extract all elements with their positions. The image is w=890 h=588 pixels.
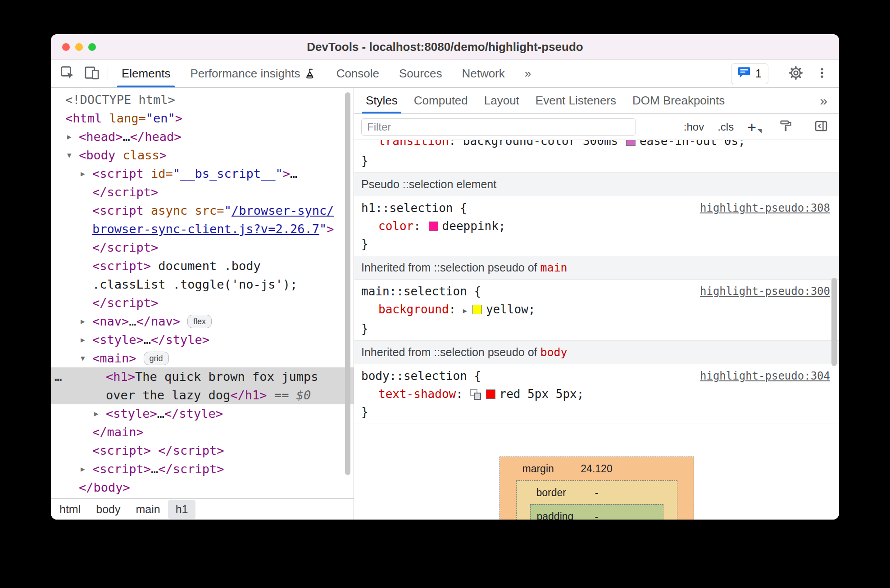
flex-badge[interactable]: flex (187, 315, 212, 328)
dom-tree: <!DOCTYPE html><html lang="en">▸<head>…<… (51, 88, 354, 498)
css-declaration[interactable]: text-shadow: red 5px 5px; (354, 385, 839, 403)
tab-layout[interactable]: Layout (476, 88, 527, 113)
box-model-padding[interactable]: padding - (530, 504, 663, 520)
expand-arrow-icon[interactable]: ▸ (81, 312, 85, 330)
minimize-window-button[interactable] (75, 43, 83, 51)
tree-node[interactable]: </script> (51, 294, 354, 312)
styles-filter-input[interactable] (361, 118, 636, 136)
expand-arrow-icon[interactable]: ▸ (81, 330, 85, 349)
style-rule: transition: background-color 300ms ease-… (354, 140, 839, 172)
issues-button[interactable]: 1 (731, 63, 768, 84)
tree-node[interactable]: <script async src="/browser-sync/ (51, 201, 354, 220)
tree-node[interactable]: ▸<head>…</head> (51, 127, 354, 146)
tab-console[interactable]: Console (327, 60, 389, 87)
tab-more-sidebar-tabs[interactable]: » (812, 88, 836, 113)
tree-node[interactable]: ▾<body class> (51, 146, 354, 164)
tab-dom-breakpoints[interactable]: DOM Breakpoints (624, 88, 733, 113)
breadcrumb-html[interactable]: html (52, 500, 88, 519)
tab-network[interactable]: Network (452, 60, 514, 87)
code-token: </h1> (230, 388, 267, 402)
expand-arrow-icon[interactable]: ▸ (94, 404, 99, 423)
expand-arrow-icon[interactable]: ▸ (81, 460, 85, 478)
padding-top-value[interactable]: - (595, 511, 599, 520)
color-swatch[interactable] (486, 389, 495, 399)
tree-node[interactable]: </script> (51, 183, 354, 201)
tab-event-listeners[interactable]: Event Listeners (527, 88, 624, 113)
tree-node[interactable]: </body> (51, 478, 354, 497)
tree-node[interactable]: <html lang="en"> (51, 109, 354, 127)
tree-node[interactable]: …<h1>The quick brown fox jumps (51, 367, 354, 386)
breadcrumb-main[interactable]: main (128, 500, 168, 519)
tree-node[interactable]: ▸<style>…</style> (51, 330, 354, 349)
expand-shorthand-icon[interactable]: ▸ (463, 306, 467, 315)
grid-badge[interactable]: grid (144, 352, 169, 365)
section-header: Inherited from ::selection pseudo of bod… (354, 341, 839, 364)
styles-scrollbar-thumb[interactable] (831, 278, 837, 366)
breadcrumb-body[interactable]: body (88, 500, 128, 519)
rule-selector[interactable]: h1::selection { (361, 199, 467, 217)
elements-scrollbar-thumb[interactable] (345, 92, 350, 475)
tree-node[interactable]: </script> (51, 238, 354, 257)
color-swatch[interactable] (429, 222, 438, 231)
tab-elements[interactable]: Elements (112, 60, 180, 87)
collapse-arrow-icon[interactable]: ▾ (81, 349, 85, 367)
tree-node[interactable]: ▸<nav>…</nav>flex (51, 312, 354, 330)
tab-computed[interactable]: Computed (406, 88, 476, 113)
tree-node[interactable]: </main> (51, 423, 354, 441)
rule-selector[interactable]: main::selection { (361, 282, 481, 300)
toggle-computed-sidebar-button[interactable] (810, 116, 832, 138)
node-overflow-menu-icon[interactable]: … (54, 367, 63, 386)
color-swatch[interactable] (626, 140, 636, 146)
rule-selector[interactable]: body::selection { (361, 367, 481, 385)
tree-node[interactable]: <!DOCTYPE html> (51, 90, 354, 109)
tab-sources[interactable]: Sources (389, 60, 452, 87)
clipped-rule-area: transition: background-color 300ms ease-… (354, 140, 839, 152)
css-declaration[interactable]: color: deeppink; (354, 217, 839, 235)
inspect-element-button[interactable] (55, 60, 80, 87)
code-token: document .body (151, 259, 261, 273)
tree-node[interactable]: </html> (51, 497, 354, 498)
more-options-button[interactable] (811, 63, 833, 85)
element-classes-button[interactable]: .cls (717, 121, 734, 133)
section-header-node-link[interactable]: main (540, 261, 567, 274)
fullscreen-window-button[interactable] (88, 43, 96, 51)
box-model-border[interactable]: border - padding - (516, 480, 677, 520)
code-token: </style> (164, 407, 223, 421)
tree-node[interactable]: browser-sync-client.js?v=2.26.7"> (51, 220, 354, 238)
tree-node[interactable]: .classList .toggle('no-js'); (51, 275, 354, 294)
collapse-arrow-icon[interactable]: ▾ (67, 146, 72, 164)
margin-top-value[interactable]: 24.120 (581, 463, 612, 475)
stylesheet-source-link[interactable]: highlight-pseudo:300 (700, 282, 830, 300)
css-declaration[interactable]: background: ▸yellow; (354, 300, 839, 320)
code-token: <script> (92, 443, 151, 457)
expand-arrow-icon[interactable]: ▸ (67, 127, 72, 146)
tree-node[interactable]: ▸<style>…</style> (51, 404, 354, 423)
shadow-editor-icon[interactable] (470, 389, 481, 399)
color-swatch[interactable] (472, 305, 482, 314)
tree-node[interactable]: over the lazy dog</h1> == $0 (51, 386, 354, 404)
settings-button[interactable] (785, 63, 807, 85)
format-styles-button[interactable] (775, 116, 797, 138)
tab-more-panels[interactable]: » (515, 60, 541, 87)
tree-node[interactable]: ▾<main>grid (51, 349, 354, 367)
stylesheet-source-link[interactable]: highlight-pseudo:308 (700, 199, 830, 217)
border-top-value[interactable]: - (595, 487, 599, 499)
css-declaration[interactable]: transition: background-color 300ms ease-… (354, 140, 839, 150)
expand-arrow-icon[interactable]: ▸ (81, 164, 85, 183)
tab-performance-insights[interactable]: Performance insights (180, 60, 326, 87)
tab-styles[interactable]: Styles (358, 88, 406, 113)
section-header-node-link[interactable]: body (540, 346, 567, 359)
breadcrumb-h1[interactable]: h1 (168, 500, 196, 519)
code-token: <!DOCTYPE html> (65, 93, 175, 107)
section-header-text: Pseudo ::selection element (361, 178, 496, 191)
stylesheet-source-link[interactable]: highlight-pseudo:304 (700, 367, 830, 385)
close-window-button[interactable] (62, 43, 70, 51)
tree-node[interactable]: <script> </script> (51, 441, 354, 460)
device-toolbar-button[interactable] (80, 60, 104, 87)
tree-node[interactable]: <script> document .body (51, 257, 354, 275)
tree-node[interactable]: ▸<script>…</script> (51, 460, 354, 478)
box-model-margin[interactable]: margin 24.120 border - paddi (499, 457, 694, 520)
tree-node[interactable]: ▸<script id="__bs_script__">… (51, 164, 354, 183)
toggle-element-state-button[interactable]: :hov (684, 121, 704, 133)
new-style-rule-button[interactable]: + (747, 119, 762, 135)
